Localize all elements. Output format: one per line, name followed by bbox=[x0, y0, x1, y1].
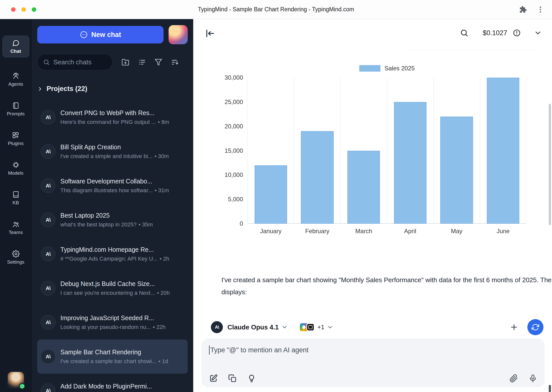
sort-button[interactable] bbox=[171, 58, 179, 66]
add-attachment-button[interactable] bbox=[510, 323, 518, 331]
chat-list-item[interactable]: A\Debug Next.js Build Cache Size...I can… bbox=[37, 271, 188, 305]
models-icon bbox=[12, 161, 20, 169]
rail-item-models[interactable]: Models bbox=[8, 161, 23, 176]
chat-list-item[interactable]: A\Convert PNG to WebP with Res...Here's … bbox=[37, 100, 188, 134]
search-icon bbox=[460, 29, 468, 37]
chart-plot: JanuaryFebruaryMarchAprilMayJune 05,0001… bbox=[248, 78, 526, 224]
search-icon bbox=[43, 59, 50, 66]
grid-line bbox=[433, 78, 434, 224]
assistant-avatar: A\ bbox=[41, 315, 55, 330]
browser-menu-icon[interactable] bbox=[536, 6, 544, 14]
model-selector-label[interactable]: Claude Opus 4.1 bbox=[227, 323, 279, 331]
chat-time: • 35m bbox=[139, 221, 153, 228]
enabled-models-cluster[interactable]: +1 bbox=[300, 323, 324, 331]
new-folder-button[interactable] bbox=[122, 58, 129, 66]
assistant-avatar: A\ bbox=[41, 213, 55, 227]
rail-item-label: Models bbox=[8, 170, 23, 176]
chat-title: Convert PNG to WebP with Res... bbox=[60, 109, 184, 117]
rail-item-label: Chat bbox=[10, 48, 21, 54]
assistant-avatar: A\ bbox=[41, 110, 55, 125]
x-tick-label: March bbox=[340, 228, 387, 235]
user-avatar[interactable] bbox=[8, 372, 24, 388]
chat-list-item[interactable]: A\TypingMind.com Homepage Re...# **Googl… bbox=[37, 237, 188, 271]
agents-icon bbox=[12, 72, 20, 80]
model-provider-icon-2 bbox=[306, 323, 314, 331]
assistant-avatar: A\ bbox=[211, 321, 223, 333]
templates-button[interactable] bbox=[228, 374, 237, 383]
chat-list-item[interactable]: A\Best Laptop 2025what's the best laptop… bbox=[37, 203, 188, 237]
chat-list-item[interactable]: A\Software Development Collabo...This di… bbox=[37, 169, 188, 203]
chat-time: • 8m bbox=[158, 119, 169, 125]
rail-item-teams[interactable]: Teams bbox=[9, 220, 23, 235]
grid-line bbox=[387, 78, 387, 224]
search-messages-button[interactable] bbox=[460, 29, 468, 37]
chat-title: Software Development Collabo... bbox=[60, 178, 184, 185]
search-chats-box[interactable] bbox=[37, 54, 113, 70]
chat-title: TypingMind.com Homepage Re... bbox=[60, 246, 184, 253]
scrollbar-thumb[interactable] bbox=[549, 104, 551, 225]
cost-warning-icon[interactable] bbox=[513, 29, 521, 37]
microphone-icon bbox=[529, 374, 537, 383]
rail-item-agents[interactable]: Agents bbox=[8, 72, 23, 87]
teams-icon bbox=[12, 220, 20, 228]
collapse-sidebar-button[interactable] bbox=[205, 28, 216, 39]
chat-title: Improving JavaScript Seeded R... bbox=[60, 314, 184, 322]
chat-list-item[interactable]: A\Improving JavaScript Seeded R...Lookin… bbox=[37, 305, 188, 339]
edit-icon bbox=[209, 374, 218, 383]
x-tick-label: January bbox=[248, 228, 294, 235]
y-tick-label: 10,000 bbox=[225, 171, 243, 178]
kb-icon bbox=[12, 191, 20, 198]
attach-file-button[interactable] bbox=[509, 374, 518, 383]
chat-preview: This diagram illustrates how softwar...•… bbox=[60, 187, 184, 194]
suggestions-button[interactable] bbox=[247, 374, 256, 383]
model-selector-chevron[interactable] bbox=[281, 324, 288, 330]
settings-icon bbox=[12, 250, 20, 258]
search-chats-input[interactable] bbox=[53, 58, 107, 66]
scrollbar-bottom[interactable] bbox=[549, 385, 551, 392]
chat-title: Bill Split App Creation bbox=[60, 143, 184, 151]
regenerate-button[interactable] bbox=[527, 319, 543, 335]
y-tick-label: 15,000 bbox=[225, 147, 243, 154]
models-cluster-chevron[interactable] bbox=[327, 324, 333, 330]
projects-toggle[interactable]: Projects (22) bbox=[37, 85, 188, 93]
list-icon bbox=[138, 58, 146, 66]
chat-list-item[interactable]: A\Bill Split App CreationI've created a … bbox=[37, 134, 188, 169]
filter-icon bbox=[154, 58, 162, 66]
edit-canvas-button[interactable] bbox=[209, 374, 218, 383]
folder-plus-icon bbox=[122, 58, 129, 66]
scroll-down-button[interactable] bbox=[534, 29, 542, 37]
extensions-icon[interactable] bbox=[519, 6, 527, 14]
bulk-select-button[interactable] bbox=[138, 58, 146, 66]
grid-line bbox=[248, 78, 248, 224]
bar-march bbox=[347, 151, 380, 224]
grid-line bbox=[294, 78, 294, 224]
rail-item-settings[interactable]: Settings bbox=[7, 250, 24, 265]
filter-button[interactable] bbox=[154, 58, 162, 66]
voice-input-button[interactable] bbox=[529, 374, 537, 383]
input-placeholder: Type "@" to mention an AI agent bbox=[210, 346, 308, 354]
minimize-window-button[interactable] bbox=[21, 7, 26, 12]
new-chat-label: New chat bbox=[91, 31, 121, 39]
new-chat-button[interactable]: New chat bbox=[37, 26, 164, 43]
chat-sidebar: New chat bbox=[32, 19, 193, 392]
message-input[interactable]: Type "@" to mention an AI agent bbox=[202, 339, 544, 387]
nav-rail: ChatAgentsPromptsPluginsModelsKBTeamsSet… bbox=[0, 19, 32, 392]
plugins-icon bbox=[12, 131, 19, 139]
bar-may bbox=[440, 117, 473, 224]
rail-item-prompts[interactable]: Prompts bbox=[7, 102, 25, 117]
chat-list-item[interactable]: A\Add Dark Mode to PluginPermi... bbox=[37, 374, 188, 392]
profile-avatar[interactable] bbox=[169, 25, 188, 44]
main-content: $0.1027 Sales 2025 JanuaryFebruaryMarchA… bbox=[193, 19, 552, 392]
window-title: TypingMind - Sample Bar Chart Rendering … bbox=[0, 6, 552, 13]
rail-item-chat[interactable]: Chat bbox=[3, 36, 29, 57]
maximize-window-button[interactable] bbox=[32, 7, 36, 12]
y-tick-label: 5,000 bbox=[228, 196, 243, 203]
x-tick-label: February bbox=[294, 228, 341, 235]
close-window-button[interactable] bbox=[11, 7, 16, 12]
x-tick-label: April bbox=[387, 228, 433, 235]
rail-item-plugins[interactable]: Plugins bbox=[8, 131, 23, 146]
rail-item-kb[interactable]: KB bbox=[12, 191, 20, 206]
chat-list-item[interactable]: A\Sample Bar Chart RenderingI've created… bbox=[37, 339, 188, 374]
more-models-count: +1 bbox=[318, 324, 324, 331]
usage-cost: $0.1027 bbox=[483, 29, 507, 37]
